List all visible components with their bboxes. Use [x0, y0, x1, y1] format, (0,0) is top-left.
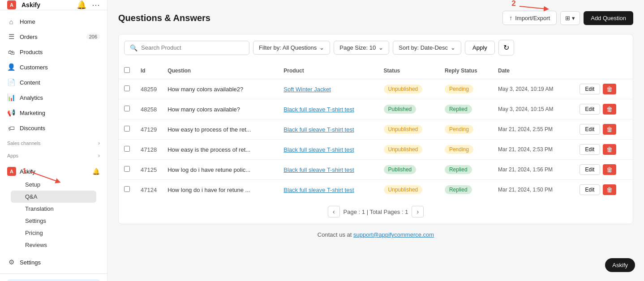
search-input[interactable] [141, 44, 244, 51]
import-export-button[interactable]: ↑ Import/Export [502, 11, 557, 25]
row-date: Mar 21, 2024, 2:55 PM [493, 119, 574, 140]
view-options-button[interactable]: ⊞ ▾ [560, 11, 580, 25]
sidebar-item-home[interactable]: ⌂ Home [0, 14, 107, 29]
row-checkbox[interactable] [124, 166, 130, 172]
sidebar-item-setup[interactable]: Setup [7, 179, 100, 191]
row-question: How long do i have for retune ... [162, 180, 278, 200]
product-link[interactable]: Soft Winter Jacket [283, 86, 364, 93]
delete-button[interactable]: 🗑 [603, 164, 616, 175]
row-reply-status: Pending [439, 79, 493, 99]
row-actions: Edit 🗑 [574, 160, 633, 180]
sidebar-item-content[interactable]: 📄 Content [0, 75, 107, 90]
apply-button[interactable]: Apply [465, 41, 495, 55]
discounts-label: Discounts [20, 125, 45, 132]
sidebar-item-discounts[interactable]: 🏷 Discounts [0, 120, 107, 136]
product-link[interactable]: Black full sleave T-shirt test [283, 187, 364, 193]
th-actions [574, 63, 633, 79]
topbar-icons: 🔔 ⋯ [77, 0, 100, 10]
row-checkbox[interactable] [124, 186, 130, 192]
row-reply-status: Pending [439, 140, 493, 160]
non-transferable-badge[interactable]: ℹ Non-transferable [7, 279, 100, 281]
sales-channels-section[interactable]: Sales channels › [0, 136, 107, 148]
row-checkbox-cell [119, 79, 135, 99]
th-date: Date [493, 63, 574, 79]
askify-nav-header[interactable]: A Askify 🔔 [7, 164, 100, 179]
delete-button[interactable]: 🗑 [603, 184, 616, 195]
sidebar-item-qa[interactable]: Q&A [11, 191, 96, 203]
question-text: How easy to process of the ret... [167, 126, 251, 133]
row-actions: Edit 🗑 [574, 99, 633, 119]
filter-dropdown[interactable]: Filter by: All Questions ⌄ [253, 41, 330, 55]
row-id: 47129 [135, 119, 162, 140]
edit-button[interactable]: Edit [580, 144, 601, 155]
settings-sub-label: Settings [25, 217, 46, 224]
sidebar-item-reviews[interactable]: Reviews [7, 239, 100, 251]
sidebar-item-orders[interactable]: ☰ Orders 206 [0, 29, 107, 44]
status-badge: Unpublished [384, 185, 423, 194]
page-info: Page : 1 | Total Pages : 1 [343, 209, 408, 215]
delete-button[interactable]: 🗑 [603, 84, 616, 94]
askify-sub-nav: Setup Q&A Translation Settings Pricing R… [7, 179, 100, 251]
page-size-label: Page Size: 10 [339, 44, 376, 51]
delete-button[interactable]: 🗑 [603, 104, 616, 115]
sidebar-item-settings[interactable]: Settings [7, 215, 100, 227]
product-link[interactable]: Black full sleave T-shirt test [283, 106, 364, 113]
setup-label: Setup [25, 181, 40, 188]
sidebar-item-customers[interactable]: 👤 Customers [0, 60, 107, 75]
table-row: 47128 How easy is the process of ret... … [119, 140, 633, 160]
action-buttons: Edit 🗑 [580, 124, 627, 135]
row-checkbox[interactable] [124, 146, 130, 152]
edit-button[interactable]: Edit [580, 184, 601, 195]
edit-button[interactable]: Edit [580, 124, 601, 135]
row-checkbox[interactable] [124, 126, 130, 132]
delete-button[interactable]: 🗑 [603, 124, 616, 135]
more-icon[interactable]: ⋯ [92, 0, 100, 10]
product-link[interactable]: Black full sleave T-shirt test [283, 146, 364, 153]
search-box[interactable]: 🔍 [124, 41, 249, 55]
contact-text: Contact us at [318, 231, 353, 238]
svg-line-1 [519, 6, 546, 9]
edit-button[interactable]: Edit [580, 164, 601, 175]
add-question-button[interactable]: Add Question [584, 11, 633, 25]
apps-section[interactable]: Apps › [0, 148, 107, 161]
sidebar-item-translation[interactable]: Translation [7, 203, 100, 215]
page-size-dropdown[interactable]: Page Size: 10 ⌄ [334, 41, 389, 55]
sidebar-item-main-settings[interactable]: ⚙ Settings [0, 255, 107, 270]
topbar: A Askify 🔔 ⋯ [0, 0, 107, 10]
header-actions: 2 ↑ Import/Export [502, 11, 633, 25]
refresh-button[interactable]: ↻ [498, 40, 514, 55]
row-id: 47128 [135, 140, 162, 160]
sidebar-item-marketing[interactable]: 📢 Marketing [0, 105, 107, 120]
action-buttons: Edit 🗑 [580, 144, 627, 155]
product-link[interactable]: Black full sleave T-shirt test [283, 166, 364, 173]
row-product: Black full sleave T-shirt test [278, 180, 378, 200]
sidebar-item-products[interactable]: 🛍 Products [0, 44, 107, 60]
row-checkbox[interactable] [124, 85, 130, 91]
product-link[interactable]: Black full sleave T-shirt test [283, 126, 364, 133]
pricing-label: Pricing [25, 230, 43, 236]
sidebar-nav: ⌂ Home ☰ Orders 206 🛍 Products 👤 Custome… [0, 10, 107, 273]
row-product: Black full sleave T-shirt test [278, 140, 378, 160]
askify-bell-icon[interactable]: 🔔 [92, 168, 100, 175]
sidebar-item-analytics[interactable]: 📊 Analytics [0, 90, 107, 105]
prev-page-button[interactable]: ‹ [328, 206, 340, 217]
question-text: How many colors available? [167, 106, 240, 113]
question-text: How easy is the process of ret... [167, 146, 250, 153]
customers-label: Customers [20, 64, 48, 71]
delete-button[interactable]: 🗑 [603, 144, 616, 155]
sidebar-item-pricing[interactable]: Pricing [7, 227, 100, 239]
sort-dropdown[interactable]: Sort by: Date-Desc ⌄ [393, 41, 461, 55]
reviews-label: Reviews [25, 242, 47, 248]
next-page-button[interactable]: › [412, 206, 424, 217]
row-status: Unpublished [378, 119, 439, 140]
row-checkbox[interactable] [124, 106, 130, 111]
edit-button[interactable]: Edit [580, 84, 601, 94]
select-all-checkbox[interactable] [124, 67, 130, 73]
row-product: Black full sleave T-shirt test [278, 160, 378, 180]
content-label: Content [20, 79, 40, 86]
row-actions: Edit 🗑 [574, 140, 633, 160]
askify-chat-bubble[interactable]: Askify [605, 258, 635, 272]
bell-icon[interactable]: 🔔 [77, 0, 86, 10]
edit-button[interactable]: Edit [580, 104, 601, 115]
contact-email-link[interactable]: support@appifycommerce.com [353, 231, 434, 238]
